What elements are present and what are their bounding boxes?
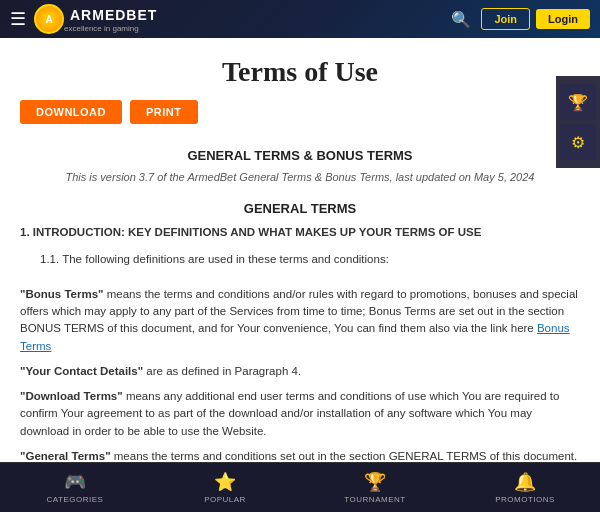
nav-popular[interactable]: ⭐ POPULAR xyxy=(150,471,300,504)
popular-label: POPULAR xyxy=(204,495,246,504)
join-button[interactable]: Join xyxy=(481,8,530,30)
intro-heading: 1. INTRODUCTION: KEY DEFINITIONS AND WHA… xyxy=(20,226,481,238)
term-block: "Download Terms" means any additional en… xyxy=(20,388,580,440)
logo-container: A ARMEDBET excellence in gaming xyxy=(34,4,157,34)
logo-text: ARMEDBET xyxy=(70,7,157,23)
logo-icon: A xyxy=(34,4,64,34)
term-block: "General Terms" means the terms and cond… xyxy=(20,448,580,462)
header-left: ☰ A ARMEDBET excellence in gaming xyxy=(10,4,157,34)
header: ☰ A ARMEDBET excellence in gaming 🔍 Join… xyxy=(0,0,600,38)
tournament-label: TOURNAMENT xyxy=(344,495,405,504)
term-block: "Bonus Terms" means the terms and condit… xyxy=(20,286,580,355)
trophy-button[interactable]: 🏆 xyxy=(560,84,596,120)
header-right: 🔍 Join Login xyxy=(447,6,590,33)
login-button[interactable]: Login xyxy=(536,9,590,29)
page-title: Terms of Use xyxy=(0,38,600,100)
promotions-label: PROMOTIONS xyxy=(495,495,555,504)
nav-categories[interactable]: 🎮 CATEGORIES xyxy=(0,471,150,504)
nav-tournament[interactable]: 🏆 TOURNAMENT xyxy=(300,471,450,504)
categories-label: CATEGORIES xyxy=(47,495,104,504)
sub-heading: GENERAL TERMS xyxy=(0,193,600,224)
main-content: Terms of Use DOWNLOAD PRINT GENERAL TERM… xyxy=(0,38,600,462)
floating-panel: 🏆 ⚙ xyxy=(556,76,600,168)
nav-promotions[interactable]: 🔔 PROMOTIONS xyxy=(450,471,600,504)
term-link[interactable]: Bonus Terms xyxy=(20,322,570,351)
tournament-icon: 🏆 xyxy=(364,471,386,493)
intro-sub: 1.1. The following definitions are used … xyxy=(40,251,580,268)
download-button[interactable]: DOWNLOAD xyxy=(20,100,122,124)
print-button[interactable]: PRINT xyxy=(130,100,198,124)
logo-text-block: ARMEDBET excellence in gaming xyxy=(64,6,157,33)
version-info: This is version 3.7 of the ArmedBet Gene… xyxy=(0,167,600,193)
popular-icon: ⭐ xyxy=(214,471,236,493)
categories-icon: 🎮 xyxy=(64,471,86,493)
intro-item: 1. INTRODUCTION: KEY DEFINITIONS AND WHA… xyxy=(20,224,580,241)
hamburger-icon[interactable]: ☰ xyxy=(10,8,26,30)
settings-button[interactable]: ⚙ xyxy=(560,124,596,160)
term-block: "Your Contact Details" are as defined in… xyxy=(20,363,580,380)
action-buttons: DOWNLOAD PRINT xyxy=(0,100,600,138)
terms-content: 1. INTRODUCTION: KEY DEFINITIONS AND WHA… xyxy=(0,224,600,462)
section-heading-1: GENERAL TERMS & BONUS TERMS xyxy=(0,138,600,167)
logo-subtext: excellence in gaming xyxy=(64,24,157,33)
bottom-nav: 🎮 CATEGORIES ⭐ POPULAR 🏆 TOURNAMENT 🔔 PR… xyxy=(0,462,600,512)
promotions-icon: 🔔 xyxy=(514,471,536,493)
search-button[interactable]: 🔍 xyxy=(447,6,475,33)
terms-list: "Bonus Terms" means the terms and condit… xyxy=(20,286,580,462)
